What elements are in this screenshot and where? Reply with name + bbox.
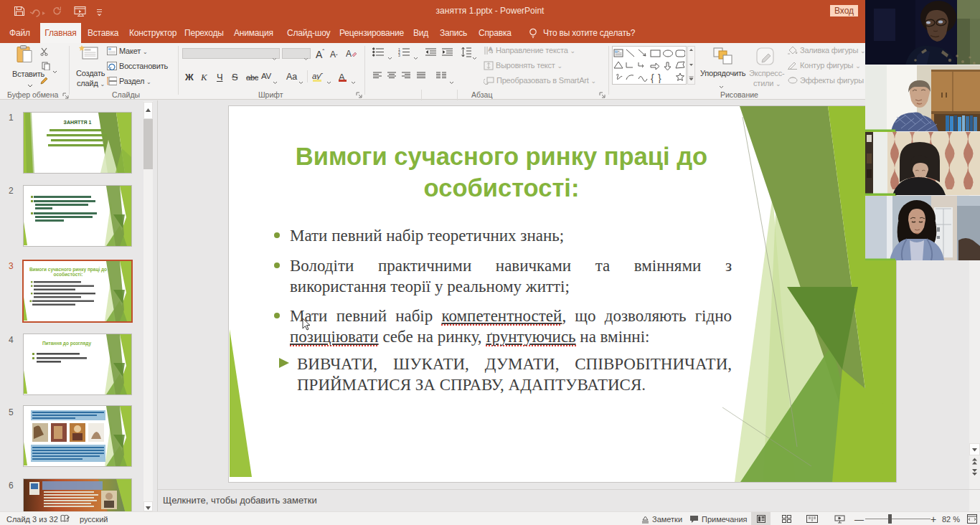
svg-text:3: 3 [398, 53, 400, 57]
svg-text:ЗАНЯТТЯ 1: ЗАНЯТТЯ 1 [64, 120, 92, 125]
svg-text:}: } [658, 72, 661, 83]
svg-text:Питання до розгляду: Питання до розгляду [42, 341, 92, 346]
svg-text:А: А [346, 49, 352, 59]
svg-text:{: { [651, 72, 654, 83]
svg-text:особистості:: особистості: [54, 272, 83, 277]
